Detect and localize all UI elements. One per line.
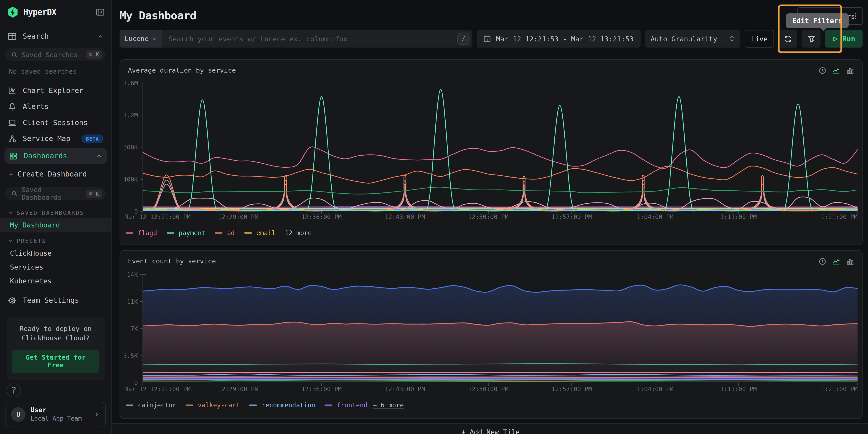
legend-more-link[interactable]: +16 more [373, 401, 404, 409]
svg-text:14K: 14K [127, 271, 138, 278]
live-button[interactable]: Live [745, 30, 774, 47]
dashboards-grid-icon [9, 152, 18, 160]
help-button[interactable]: ? [7, 383, 21, 397]
sidebar-item-label: Chart Explorer [23, 87, 84, 95]
svg-text:11K: 11K [127, 298, 138, 305]
bar-chart-toggle-icon[interactable] [846, 257, 854, 265]
legend-label: flagd [138, 229, 157, 237]
avatar: U [11, 407, 26, 422]
no-saved-searches-text: No saved searches [0, 65, 111, 79]
svg-text:3.5K: 3.5K [124, 352, 138, 359]
sidebar-item-dashboards[interactable]: Dashboards [4, 148, 107, 164]
refresh-button[interactable] [779, 30, 798, 47]
sidebar-item-chart-explorer[interactable]: Chart Explorer [0, 82, 111, 99]
search-input[interactable]: Search your events w/ Lucene ex. column:… [162, 35, 457, 43]
svg-text:Mar 12 12:21:00 PM: Mar 12 12:21:00 PM [124, 213, 190, 221]
bar-chart-toggle-icon[interactable] [846, 66, 854, 74]
svg-text:12:36:00 PM: 12:36:00 PM [301, 386, 342, 393]
get-started-button[interactable]: Get Started for Free [12, 349, 99, 373]
svg-text:1:11:00 PM: 1:11:00 PM [720, 386, 757, 393]
saved-dashboard-item[interactable]: My Dashboard [0, 219, 111, 232]
user-team: Local App Team [31, 415, 82, 423]
create-dashboard-button[interactable]: + Create Dashboard [0, 165, 111, 183]
query-language-select[interactable]: Lucene [120, 30, 162, 47]
sidebar-item-label: Team Settings [23, 296, 79, 304]
legend-item[interactable]: ad [215, 229, 235, 237]
event-count-chart[interactable]: 14K11K7K3.5K0Mar 12 12:21:00 PM12:29:00 … [124, 266, 858, 397]
overflow-menu-button[interactable] [848, 8, 863, 24]
shortcut-badge: ⌘ K [86, 51, 102, 59]
granularity-value: Auto Granularity [651, 35, 717, 43]
sidebar-item-client-sessions[interactable]: Client Sessions [0, 114, 111, 131]
sidebar-item-service-map[interactable]: Service Map BETA [0, 131, 111, 147]
legend-item[interactable]: valkey-cart [186, 401, 240, 409]
beta-badge: BETA [82, 134, 103, 143]
svg-text:1.2M: 1.2M [124, 112, 138, 119]
legend-label: payment [179, 229, 206, 237]
line-chart-toggle-icon[interactable] [832, 257, 840, 265]
legend-label: ad [227, 229, 235, 237]
preset-item-kubernetes[interactable]: Kubernetes [0, 274, 111, 288]
main-content: My Dashboard Lucene Search your events w… [112, 0, 868, 434]
chevron-right-icon [94, 411, 100, 418]
svg-text:1:04:00 PM: 1:04:00 PM [637, 386, 674, 393]
average-duration-chart[interactable]: 1.6M1.2M800K400K0Mar 12 12:21:00 PM12:29… [124, 75, 858, 225]
promo-text: Ready to deploy on ClickHouse Cloud? [12, 324, 99, 344]
sidebar-item-team-settings[interactable]: Team Settings [0, 292, 111, 308]
svg-text:12:43:00 PM: 12:43:00 PM [385, 386, 425, 393]
saved-searches-input[interactable]: Saved Searches ⌘ K [5, 48, 105, 61]
time-settings-icon[interactable] [818, 66, 827, 74]
tile-title: Average duration by service [128, 66, 236, 74]
chevron-updown-icon [729, 35, 735, 42]
shortcut-badge: ⌘ K [86, 190, 102, 198]
preset-item-clickhouse[interactable]: ClickHouse [0, 246, 111, 260]
svg-text:1:11:00 PM: 1:11:00 PM [720, 213, 757, 221]
presets-header[interactable]: PRESETS [0, 232, 111, 246]
saved-dashboards-input[interactable]: Saved Dashboards ⌘ K [5, 187, 105, 200]
sidebar-item-label: Alerts [23, 103, 49, 111]
legend-swatch [249, 404, 257, 406]
tile-event-count: Event count by service 14K11K7K3.5K0Mar … [120, 250, 863, 419]
svg-text:1.6M: 1.6M [124, 79, 138, 87]
svg-text:400K: 400K [124, 176, 138, 183]
svg-text:12:57:00 PM: 12:57:00 PM [552, 386, 592, 393]
line-chart-toggle-icon[interactable] [832, 66, 840, 74]
sidebar-item-label: Search [23, 32, 49, 40]
saved-dashboards-header[interactable]: SAVED DASHBOARDS [0, 204, 111, 219]
preset-item-services[interactable]: Services [0, 260, 111, 274]
chart-explorer-icon [8, 86, 17, 95]
svg-text:7K: 7K [131, 325, 138, 332]
legend-item[interactable]: cainjector [126, 401, 176, 409]
search-icon [11, 191, 18, 197]
legend-item[interactable]: frontend [324, 401, 367, 409]
chevron-up-icon [96, 153, 102, 159]
date-range-picker[interactable]: Mar 12 12:21:53 - Mar 12 13:21:53 [477, 30, 641, 47]
legend-label: frontend [337, 401, 368, 409]
legend-label: recommendation [261, 401, 315, 409]
granularity-select[interactable]: Auto Granularity [645, 30, 740, 47]
svg-text:12:29:00 PM: 12:29:00 PM [218, 386, 258, 393]
sidebar-item-search[interactable]: Search [0, 28, 111, 44]
sidebar-item-label: Dashboards [24, 152, 67, 160]
legend-label: valkey-cart [198, 401, 240, 409]
run-button[interactable]: Run [825, 30, 863, 47]
chevron-down-icon [152, 36, 157, 41]
legend-item[interactable]: email [244, 229, 276, 237]
chevron-down-icon [8, 210, 13, 215]
legend-item[interactable]: recommendation [249, 401, 315, 409]
legend-swatch [324, 404, 332, 406]
svg-text:12:57:00 PM: 12:57:00 PM [552, 213, 592, 221]
user-menu[interactable]: U User Local App Team [5, 402, 105, 427]
legend-more-link[interactable]: +12 more [281, 229, 312, 237]
toolbar: Lucene Search your events w/ Lucene ex. … [120, 30, 863, 47]
legend-item[interactable]: payment [166, 229, 205, 237]
edit-filters-button-icon[interactable] [802, 30, 821, 47]
table-icon [8, 32, 17, 41]
sidebar-collapse-icon[interactable] [96, 8, 105, 16]
legend-item[interactable]: flagd [126, 229, 157, 237]
sidebar-item-alerts[interactable]: Alerts [0, 99, 111, 115]
svg-text:12:50:00 PM: 12:50:00 PM [468, 213, 508, 221]
legend-swatch [166, 232, 174, 234]
time-settings-icon[interactable] [818, 257, 827, 265]
add-new-tile-button[interactable]: + Add New Tile [112, 423, 868, 434]
